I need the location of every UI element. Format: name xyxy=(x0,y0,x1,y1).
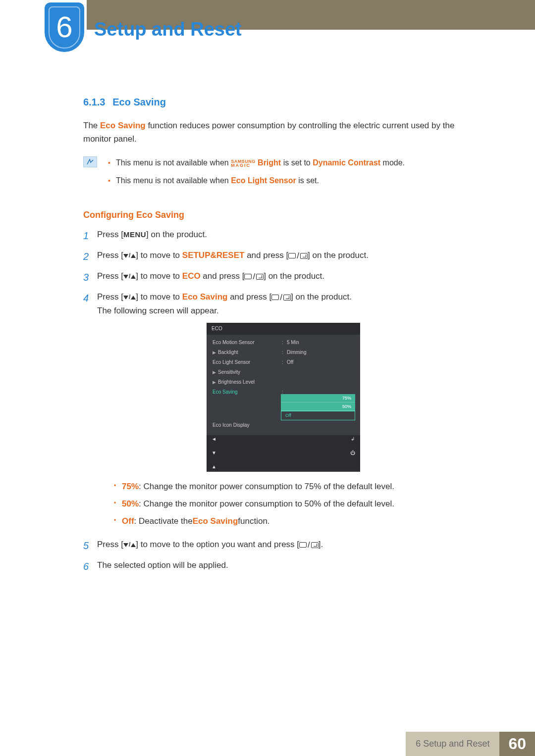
note-list: This menu is not available when SAMSUNGM… xyxy=(106,156,405,192)
page-footer: 6 Setup and Reset 60 xyxy=(406,732,535,756)
step-number: 3 xyxy=(83,269,97,285)
section-heading: 6.1.3 Eco Saving xyxy=(83,94,470,110)
step-number: 2 xyxy=(83,249,97,264)
section-title: Eco Saving xyxy=(112,97,166,107)
osd-row: Eco Motion Sensor:5 Min xyxy=(207,338,360,348)
osd-power-icon: ⏻ xyxy=(350,451,355,455)
osd-enter-icon: ↲ xyxy=(351,437,355,442)
option-descriptions: 75%: Change the monitor power consumptio… xyxy=(111,480,470,528)
note-item: This menu is not available when Eco Ligh… xyxy=(106,174,405,187)
chapter-number: 6 xyxy=(56,12,72,42)
option-desc: Off: Deactivate the Eco Saving function. xyxy=(111,514,470,528)
step: 6 The selected option will be applied. xyxy=(83,558,470,574)
osd-option: 75% xyxy=(281,394,355,403)
step-number: 5 xyxy=(83,538,97,554)
osd-back-icon: ◄ xyxy=(212,437,216,442)
note-block: This menu is not available when SAMSUNGM… xyxy=(83,156,470,192)
page-content: 6.1.3 Eco Saving The Eco Saving function… xyxy=(83,94,470,579)
step: 4 Press [/] to move to Eco Saving and pr… xyxy=(83,290,470,533)
step-number: 6 xyxy=(83,558,97,574)
osd-row: Eco Light Sensor:Off xyxy=(207,357,360,367)
step-number: 1 xyxy=(83,228,97,244)
section-number: 6.1.3 xyxy=(83,97,105,107)
note-icon xyxy=(83,156,97,167)
osd-popup: 75% 50% Off xyxy=(281,394,355,420)
osd-row: ▶Backlight:Dimming xyxy=(207,348,360,357)
term-eco-saving: Eco Saving xyxy=(100,121,146,130)
step: 2 Press [/] to move to SETUP&RESET and p… xyxy=(83,249,470,264)
osd-row: ▶Sensitivity xyxy=(207,367,360,377)
osd-row: ▶Brightness Level xyxy=(207,377,360,387)
subheading: Configuring Eco Saving xyxy=(83,208,470,222)
option-desc: 50%: Change the monitor power consumptio… xyxy=(111,497,470,510)
note-item: This menu is not available when SAMSUNGM… xyxy=(106,156,405,169)
intro-paragraph: The Eco Saving function reduces power co… xyxy=(83,119,470,146)
chapter-title: Setup and Reset xyxy=(94,19,242,40)
osd-option-selected: Off xyxy=(281,411,355,420)
osd-up-icon: ▲ xyxy=(212,464,216,469)
chapter-badge: 6 xyxy=(45,2,84,52)
footer-page-number: 60 xyxy=(499,732,535,756)
up-down-key-icon: / xyxy=(123,251,136,260)
up-down-key-icon: / xyxy=(123,540,136,550)
osd-option: 50% xyxy=(281,403,355,411)
up-down-key-icon: / xyxy=(123,272,136,281)
select-enter-key-icon: / xyxy=(299,538,319,552)
select-enter-key-icon: / xyxy=(288,249,308,262)
samsung-magic-logo: SAMSUNGMAGIC xyxy=(231,159,256,167)
step: 5 Press [/] to move to the option you wa… xyxy=(83,538,470,554)
osd-row: Eco Icon Display xyxy=(207,420,360,430)
up-down-key-icon: / xyxy=(123,293,136,302)
osd-footer: ◄ ▼ ▲ ↲ ⏻ xyxy=(207,435,360,471)
select-enter-key-icon: / xyxy=(271,291,291,304)
osd-down-icon: ▼ xyxy=(212,451,216,455)
footer-label: 6 Setup and Reset xyxy=(406,732,499,756)
select-enter-key-icon: / xyxy=(244,270,264,283)
step: 3 Press [/] to move to ECO and press [/]… xyxy=(83,269,470,285)
osd-menu-screenshot: ECO Eco Motion Sensor:5 Min ▶Backlight:D… xyxy=(207,323,360,472)
steps-list: 1 Press [MENU] on the product. 2 Press [… xyxy=(83,228,470,574)
menu-key: MENU xyxy=(123,230,146,239)
step-number: 4 xyxy=(83,290,97,533)
osd-title: ECO xyxy=(207,323,360,335)
option-desc: 75%: Change the monitor power consumptio… xyxy=(111,480,470,493)
step: 1 Press [MENU] on the product. xyxy=(83,228,470,244)
